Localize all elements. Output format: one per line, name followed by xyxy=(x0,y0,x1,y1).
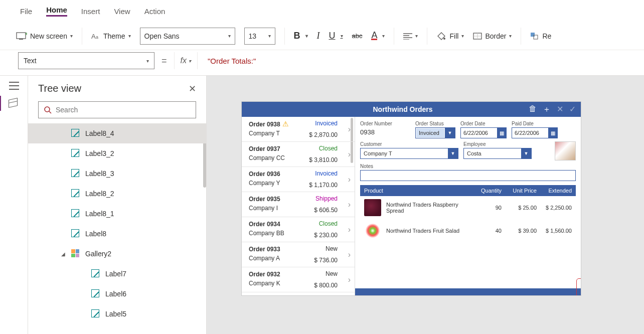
canvas[interactable]: Northwind Orders 🗑 ＋ ✕ ✓ Order 0938⚠Invo… xyxy=(207,76,644,334)
employee-select[interactable]: Costa▼ xyxy=(463,148,532,159)
order-row[interactable]: Order 0932NewCompany K$ 800.00› xyxy=(242,267,355,292)
chevron-right-icon[interactable]: › xyxy=(348,250,351,259)
align-button[interactable]: ▾ xyxy=(403,33,418,40)
tree-item-label7[interactable]: Label7 xyxy=(28,264,206,284)
theme-label: Theme xyxy=(103,32,125,40)
order-status-select[interactable]: Invoiced▼ xyxy=(415,127,455,138)
product-row[interactable]: Northwind Traders Raspberry Spread90$ 25… xyxy=(360,196,576,219)
property-selector[interactable]: Text ▾ xyxy=(18,52,154,69)
svg-rect-1 xyxy=(19,39,23,40)
customer-select[interactable]: Company T▼ xyxy=(360,148,458,159)
tree-item-label6[interactable]: Label6 xyxy=(28,284,206,304)
col-qty: Quantity xyxy=(471,188,502,194)
label-notes: Notes xyxy=(360,163,576,169)
order-id: Order 0936 xyxy=(249,171,280,178)
tree-item-label: Label5 xyxy=(105,310,126,318)
selection-box[interactable]: Order Totals: xyxy=(576,278,581,295)
font-size-selector[interactable]: 13 ▾ xyxy=(244,28,275,45)
tree-item-label8_3[interactable]: Label8_3 xyxy=(28,163,206,184)
chevron-right-icon[interactable]: › xyxy=(348,125,351,134)
tree-search[interactable] xyxy=(38,101,196,118)
app-preview: Northwind Orders 🗑 ＋ ✕ ✓ Order 0938⚠Invo… xyxy=(242,102,581,295)
order-id: Order 0934 xyxy=(249,221,280,228)
tree-item-label8_1[interactable]: Label8_1 xyxy=(28,204,206,224)
tree-item-label5[interactable]: Label5 xyxy=(28,304,206,324)
product-unit: $ 39.00 xyxy=(502,228,537,234)
order-list[interactable]: Order 0938⚠InvoicedCompany T$ 2,870.00›O… xyxy=(242,117,355,295)
underline-button[interactable]: U▾ xyxy=(329,31,343,41)
order-row[interactable]: Order 0935ShippedCompany I$ 606.50› xyxy=(242,192,355,217)
tab-action[interactable]: Action xyxy=(144,7,166,16)
hamburger-icon[interactable] xyxy=(9,82,19,90)
order-row[interactable]: Order 0936InvoicedCompany Y$ 1,170.00› xyxy=(242,167,355,192)
tree-item-label8_2[interactable]: Label8_2 xyxy=(28,184,206,204)
order-id: Order 0932 xyxy=(249,271,280,278)
italic-button[interactable]: I xyxy=(317,31,320,41)
order-row[interactable]: Order 0933NewCompany A$ 736.00› xyxy=(242,242,355,267)
tree-item-gallery2[interactable]: ◢Gallery2 xyxy=(28,244,206,264)
tab-home[interactable]: Home xyxy=(46,6,67,17)
close-icon[interactable]: ✕ xyxy=(189,83,196,94)
tree-panel: Tree view ✕ Label8_4Label3_2Label8_3Labe… xyxy=(28,76,207,334)
theme-button[interactable]: Aa Theme ▾ xyxy=(91,32,131,40)
chevron-right-icon[interactable]: › xyxy=(348,275,351,284)
tab-view[interactable]: View xyxy=(114,7,130,16)
product-name: Northwind Traders Raspberry Spread xyxy=(386,202,471,214)
order-row[interactable]: Order 0937ClosedCompany CC$ 3,810.00› xyxy=(242,142,355,167)
new-screen-button[interactable]: + New screen ▾ xyxy=(16,32,73,40)
cancel-icon[interactable]: ✕ xyxy=(557,104,563,115)
tab-file[interactable]: File xyxy=(20,7,32,16)
chevron-down-icon: ▾ xyxy=(268,33,271,39)
caret-icon: ◢ xyxy=(61,251,65,257)
reorder-button[interactable]: Re xyxy=(530,32,551,40)
product-row[interactable]: Northwind Traders Fruit Salad40$ 39.00$ … xyxy=(360,219,576,242)
chevron-right-icon[interactable]: › xyxy=(348,225,351,234)
bold-button[interactable]: B▾ xyxy=(294,31,308,41)
order-row[interactable]: Order 0938⚠InvoicedCompany T$ 2,870.00› xyxy=(242,117,355,142)
ribbon: + New screen ▾ Aa Theme ▾ Open Sans ▾ 13… xyxy=(0,22,644,50)
tree-item-label8_4[interactable]: Label8_4 xyxy=(28,123,206,143)
property-value: Text xyxy=(24,57,37,65)
tree-view-icon[interactable] xyxy=(9,99,20,108)
left-rail xyxy=(0,76,28,334)
check-icon[interactable]: ✓ xyxy=(569,104,576,115)
trash-icon[interactable]: 🗑 xyxy=(529,104,537,115)
order-status: Shipped xyxy=(315,195,338,202)
chevron-down-icon: ▾ xyxy=(146,58,149,64)
strikethrough-button[interactable]: abc xyxy=(352,32,363,40)
fill-button[interactable]: Fill ▾ xyxy=(436,32,464,41)
chevron-right-icon[interactable]: › xyxy=(348,150,351,159)
font-selector[interactable]: Open Sans ▾ xyxy=(140,28,235,45)
order-date-picker[interactable]: 6/22/2006▦ xyxy=(460,127,507,138)
col-product: Product xyxy=(364,188,471,194)
plus-icon[interactable]: ＋ xyxy=(543,104,551,115)
chevron-right-icon[interactable]: › xyxy=(348,200,351,209)
label-employee: Employee xyxy=(463,141,532,147)
order-status: Closed xyxy=(319,220,338,227)
formula-input[interactable]: "Order Totals:" xyxy=(203,52,626,69)
product-unit: $ 25.00 xyxy=(502,205,537,211)
paid-date-picker[interactable]: 6/22/2006▦ xyxy=(512,127,558,138)
tree-item-label8[interactable]: Label8 xyxy=(28,224,206,244)
search-input[interactable] xyxy=(56,106,191,114)
notes-input[interactable] xyxy=(360,170,576,181)
tree-item-label: Label6 xyxy=(105,290,126,298)
font-color-button[interactable]: A▾ xyxy=(371,32,385,40)
tree-item-label: Label8_1 xyxy=(85,210,114,218)
product-qty: 90 xyxy=(471,205,502,211)
menu-bar: File Home Insert View Action xyxy=(0,0,644,22)
order-row[interactable]: Order 0934ClosedCompany BB$ 230.00› xyxy=(242,217,355,242)
tab-insert[interactable]: Insert xyxy=(81,7,100,16)
product-table: Product Quantity Unit Price Extended Nor… xyxy=(360,185,576,242)
product-ext: $ 1,560.00 xyxy=(537,228,572,234)
col-ext: Extended xyxy=(537,188,572,194)
order-amount: $ 1,170.00 xyxy=(309,182,338,189)
chevron-right-icon[interactable]: › xyxy=(348,175,351,184)
tree-item-label: Label8_3 xyxy=(85,170,114,178)
svg-text:+: + xyxy=(25,32,27,37)
border-button[interactable]: Border ▾ xyxy=(473,32,512,40)
fx-button[interactable]: fx▾ xyxy=(174,52,198,69)
main-area: Tree view ✕ Label8_4Label3_2Label8_3Labe… xyxy=(0,75,644,334)
selected-label-text: Order Totals: xyxy=(577,287,581,292)
tree-item-label3_2[interactable]: Label3_2 xyxy=(28,143,206,163)
